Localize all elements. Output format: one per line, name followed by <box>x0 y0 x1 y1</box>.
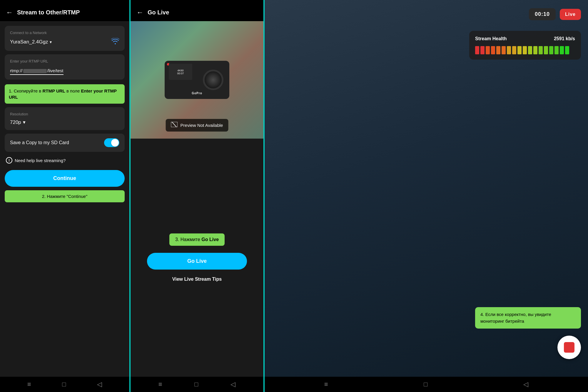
panel1-menu-icon[interactable]: ≡ <box>27 381 31 388</box>
panel1-content: Connect to a Network YuraSan_2.4Ggz ▾ <box>0 21 129 377</box>
bar-13 <box>539 46 543 54</box>
panel2-title: Go Live <box>148 9 169 16</box>
bar-17 <box>560 46 564 54</box>
live-badge: Live <box>560 9 581 20</box>
view-tips-link[interactable]: View Live Stream Tips <box>172 277 222 282</box>
rtmp-label: Enter your RTMP URL <box>10 59 119 63</box>
panel2-back-icon[interactable]: ◁ <box>230 381 235 388</box>
bitrate-bar-chart <box>475 45 575 54</box>
tooltip-step4: 4. Если все корректно, вы увидите монито… <box>475 307 581 329</box>
stream-health-card: Stream Health 2591 kb/s <box>469 31 581 60</box>
help-icon: ! <box>6 157 12 164</box>
tooltip1-text1: 1. Скопируйте в <box>9 88 43 93</box>
toggle-circle <box>111 139 119 147</box>
panel2-content: 3. Нажмите Go Live Go Live View Live Str… <box>131 139 263 377</box>
panel3-back-icon[interactable]: ◁ <box>523 381 528 388</box>
help-row: ! Need help live streaming? <box>5 155 125 165</box>
panel1-title: Stream to Other/RTMP <box>17 9 80 16</box>
camera-screen: 4K60 00:07 <box>169 64 192 80</box>
bar-2 <box>480 46 485 54</box>
tooltip-step3: 3. Нажмите Go Live <box>169 233 225 246</box>
panel-stream-monitor: 00:10 Live Stream Health 2591 kb/s <box>265 0 588 392</box>
stream-health-label: Stream Health <box>475 36 507 41</box>
camera-preview-area: 4K60 00:07 GoPro Preview Not Available <box>131 21 263 139</box>
rtmp-suffix: /live/test <box>47 68 64 73</box>
bar-9 <box>517 46 522 54</box>
tooltip3-text: 3. Нажмите <box>175 237 201 242</box>
bar-18 <box>565 46 569 54</box>
bar-3 <box>486 46 490 54</box>
bar-16 <box>554 46 559 54</box>
rtmp-card: Enter your RTMP URL rtmp:///live/test <box>5 54 125 80</box>
network-row: YuraSan_2.4Ggz ▾ <box>10 38 119 46</box>
panel1-nav-bar: ≡ □ ◁ <box>0 377 129 392</box>
resolution-card: Resolution 720p ▾ <box>5 107 125 130</box>
camera-image: 4K60 00:07 GoPro <box>165 61 229 99</box>
bar-11 <box>528 46 532 54</box>
bar-6 <box>502 46 506 54</box>
back-button-panel2[interactable]: ← <box>136 8 143 16</box>
sd-card-row: Save a Copy to my SD Card <box>5 134 125 152</box>
bar-10 <box>523 46 527 54</box>
svg-line-1 <box>172 122 177 127</box>
stream-timer: 00:10 <box>529 8 556 20</box>
panel-stream-settings: ← Stream to Other/RTMP Connect to a Netw… <box>0 0 129 392</box>
bar-14 <box>544 46 548 54</box>
wifi-icon <box>111 38 119 46</box>
resolution-value-text: 720p <box>10 120 21 125</box>
panel-go-live: ← Go Live 4K60 00:07 GoPro Prev <box>129 0 265 392</box>
bar-15 <box>549 46 553 54</box>
panel2-menu-icon[interactable]: ≡ <box>158 381 162 388</box>
panel3-nav-bar: ≡ □ ◁ <box>265 377 588 392</box>
tooltip-step2: 2. Нажмите "Continue" <box>5 190 125 202</box>
camera-resolution: 4K60 <box>177 69 183 72</box>
resolution-selector[interactable]: 720p ▾ <box>10 119 119 125</box>
panel1-back-icon[interactable]: ◁ <box>97 381 102 388</box>
network-card: Connect to a Network YuraSan_2.4Ggz ▾ <box>5 26 125 51</box>
sd-card-label: Save a Copy to my SD Card <box>10 140 69 145</box>
panel3-bottom: 4. Если все корректно, вы увидите монито… <box>475 307 581 371</box>
preview-not-available-text: Preview Not Available <box>181 123 223 128</box>
bar-1 <box>475 46 479 54</box>
continue-button[interactable]: Continue <box>5 170 125 187</box>
panel2-header: ← Go Live <box>131 0 263 21</box>
bar-4 <box>491 46 495 54</box>
gopro-logo-text: GoPro <box>192 92 202 95</box>
panel1-home-icon[interactable]: □ <box>62 381 66 388</box>
rtmp-url-field[interactable]: rtmp:///live/test <box>10 68 64 75</box>
preview-not-available-banner: Preview Not Available <box>166 119 228 132</box>
no-preview-icon <box>171 122 178 129</box>
bar-12 <box>533 46 537 54</box>
dropdown-arrow-icon: ▾ <box>50 40 52 44</box>
panel3-content: Stream Health 2591 kb/s <box>265 25 588 377</box>
gopro-camera: 4K60 00:07 GoPro <box>165 61 229 99</box>
go-live-button[interactable]: Go Live <box>147 253 247 270</box>
stop-icon <box>564 342 574 353</box>
panel3-header: 00:10 Live <box>265 0 588 25</box>
panel3-menu-icon[interactable]: ≡ <box>324 381 328 388</box>
network-name[interactable]: YuraSan_2.4Ggz ▾ <box>10 39 52 45</box>
bar-5 <box>496 46 500 54</box>
tooltip1-bold1: RTMP URL <box>43 88 65 93</box>
stop-stream-button[interactable] <box>557 336 581 359</box>
stream-health-value: 2591 kb/s <box>554 36 575 41</box>
tooltip3-bold: Go Live <box>201 237 219 242</box>
rtmp-redacted <box>23 69 47 73</box>
network-name-text: YuraSan_2.4Ggz <box>10 39 48 45</box>
rtmp-prefix: rtmp:// <box>10 68 23 73</box>
back-button-panel1[interactable]: ← <box>6 8 13 16</box>
panel1-header: ← Stream to Other/RTMP <box>0 0 129 21</box>
help-text: Need help live streaming? <box>15 158 66 163</box>
panel2-home-icon[interactable]: □ <box>194 381 198 388</box>
panel2-nav-bar: ≡ □ ◁ <box>131 377 263 392</box>
panel3-home-icon[interactable]: □ <box>424 381 427 388</box>
tooltip1-text2: в поле <box>65 88 81 93</box>
bar-7 <box>507 46 511 54</box>
sd-card-toggle[interactable] <box>104 138 119 147</box>
resolution-dropdown-icon: ▾ <box>23 119 26 125</box>
tooltip-step1: 1. Скопируйте в RTMP URL в поле Enter yo… <box>5 84 125 104</box>
bar-8 <box>512 46 516 54</box>
network-label: Connect to a Network <box>10 31 119 35</box>
camera-lens <box>203 70 223 90</box>
resolution-label: Resolution <box>10 112 119 116</box>
